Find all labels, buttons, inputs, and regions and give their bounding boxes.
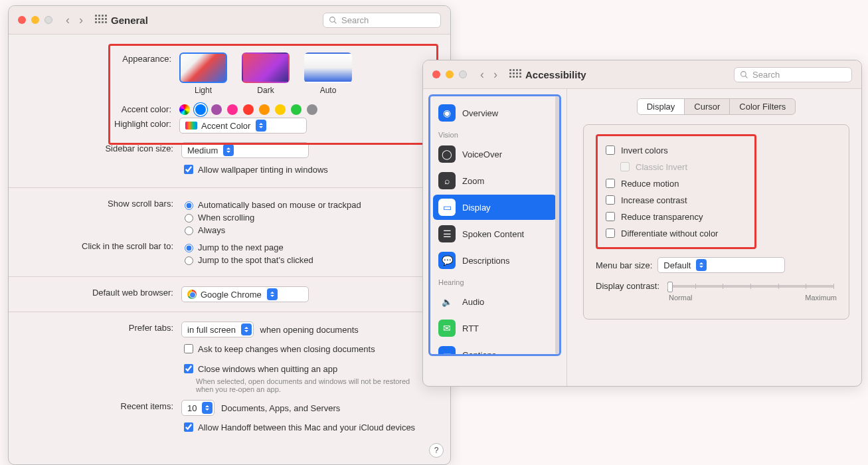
- show-all-icon[interactable]: [95, 15, 106, 25]
- zoom-icon[interactable]: [44, 16, 52, 24]
- recent-items-dropdown[interactable]: 10: [181, 400, 215, 416]
- menubar-size-dropdown[interactable]: Default: [657, 257, 785, 273]
- differentiate-color-checkbox[interactable]: [606, 229, 615, 238]
- appearance-dark[interactable]: Dark: [242, 52, 290, 95]
- back-button[interactable]: ‹: [64, 13, 71, 27]
- scroll-always-radio[interactable]: [185, 227, 193, 235]
- zoom-icon[interactable]: [459, 70, 467, 78]
- click-scrollbar-label: Click in the scroll bar to:: [21, 240, 181, 251]
- accent-yellow[interactable]: [275, 104, 286, 115]
- nav-buttons: ‹ ›: [479, 68, 499, 82]
- prefer-tabs-label: Prefer tabs:: [21, 322, 181, 333]
- appearance-auto[interactable]: Auto: [304, 52, 352, 95]
- sidebar-item-rtt[interactable]: ✉RTT: [433, 316, 557, 341]
- search-placeholder: Search: [752, 70, 780, 80]
- ask-keep-checkbox[interactable]: [184, 344, 193, 353]
- accent-orange[interactable]: [259, 104, 270, 115]
- close-windows-hint: When selected, open documents and window…: [196, 377, 422, 393]
- chrome-icon: [187, 290, 197, 299]
- general-body: Appearance: Light Dark Auto Accent color…: [9, 35, 450, 445]
- forward-button[interactable]: ›: [78, 13, 84, 27]
- minimize-icon[interactable]: [446, 70, 454, 78]
- prefer-tabs-dropdown[interactable]: in full screen: [181, 322, 254, 337]
- sidebar-item-voiceover[interactable]: ◯VoiceOver: [433, 141, 557, 167]
- browser-dropdown[interactable]: Google Chrome: [181, 286, 309, 302]
- invert-colors-checkbox[interactable]: [606, 145, 615, 155]
- captions-icon: ▭: [438, 346, 456, 356]
- help-button[interactable]: ?: [429, 443, 444, 458]
- sidebar-item-captions[interactable]: ▭Captions: [433, 342, 557, 356]
- sidebar-item-spoken[interactable]: ☰Spoken Content: [433, 221, 557, 246]
- close-icon[interactable]: [432, 70, 440, 78]
- nav-buttons: ‹ ›: [64, 13, 84, 27]
- highlight-label: Highlight color:: [110, 118, 179, 129]
- minimize-icon[interactable]: [31, 16, 39, 24]
- sidebar-item-display[interactable]: ▭Display: [433, 195, 557, 220]
- close-icon[interactable]: [18, 16, 26, 24]
- accent-blue[interactable]: [195, 104, 206, 115]
- sidebar-item-descriptions[interactable]: 💬Descriptions: [433, 248, 557, 273]
- increase-contrast-checkbox[interactable]: [606, 195, 615, 205]
- highlight-color-dropdown[interactable]: Accent Color: [179, 118, 307, 134]
- accent-multicolor[interactable]: [179, 104, 190, 115]
- window-title: General: [111, 15, 148, 26]
- accent-swatches: [179, 103, 430, 115]
- seg-color-filters[interactable]: Color Filters: [730, 99, 795, 114]
- svg-point-2: [741, 71, 746, 76]
- audio-icon: 🔈: [438, 293, 456, 310]
- show-all-icon[interactable]: [509, 69, 520, 80]
- display-panel: Invert colors Classic Invert Reduce moti…: [583, 124, 849, 320]
- accent-pink[interactable]: [227, 104, 238, 115]
- classic-invert-checkbox: [620, 162, 630, 171]
- highlight-swatch-icon: [185, 122, 197, 130]
- forward-button[interactable]: ›: [492, 68, 499, 82]
- traffic-lights: [18, 16, 52, 24]
- display-contrast-label: Display contrast:: [596, 281, 659, 291]
- sidebar-group-vision: Vision: [433, 127, 557, 140]
- descriptions-icon: 💬: [438, 252, 456, 269]
- svg-line-1: [334, 21, 336, 23]
- display-icon: ▭: [438, 199, 456, 216]
- click-spot-radio[interactable]: [185, 256, 193, 265]
- general-prefs-window: ‹ › General Search Appearance: Light Dar…: [8, 5, 451, 465]
- sidebar-item-overview[interactable]: ◉Overview: [433, 100, 557, 126]
- segmented-control: Display Cursor Color Filters: [637, 98, 796, 115]
- reduce-motion-checkbox[interactable]: [606, 179, 615, 188]
- scrollbars-label: Show scroll bars:: [21, 197, 181, 209]
- scroll-when-radio[interactable]: [185, 214, 193, 223]
- back-button[interactable]: ‹: [479, 68, 485, 82]
- sidebar-group-hearing: Hearing: [433, 274, 557, 288]
- reduce-transparency-checkbox[interactable]: [606, 212, 615, 221]
- accent-red[interactable]: [243, 104, 254, 115]
- accent-graphite[interactable]: [307, 104, 317, 115]
- appearance-light[interactable]: Light: [179, 52, 227, 95]
- browser-label: Default web browser:: [21, 286, 181, 298]
- handoff-checkbox[interactable]: [184, 422, 193, 432]
- voiceover-icon: ◯: [438, 145, 456, 163]
- sidebar-item-audio[interactable]: 🔈Audio: [433, 289, 557, 314]
- accent-label: Accent color:: [110, 103, 179, 114]
- sidebar-item-zoom[interactable]: ⌕Zoom: [433, 168, 557, 193]
- wallpaper-tint-checkbox[interactable]: [184, 165, 193, 174]
- overview-icon: ◉: [438, 104, 456, 122]
- sidebar-highlight: ◉Overview Vision ◯VoiceOver ⌕Zoom ▭Displ…: [428, 94, 561, 356]
- scroll-auto-radio[interactable]: [185, 201, 193, 210]
- accessibility-prefs-window: ‹ › Accessibility Search ◉Overview Visio…: [422, 60, 862, 387]
- traffic-lights: [432, 70, 467, 78]
- wallpaper-tint-label: Allow wallpaper tinting in windows: [198, 165, 328, 175]
- seg-cursor[interactable]: Cursor: [685, 99, 730, 114]
- close-windows-checkbox[interactable]: [184, 364, 193, 373]
- svg-line-3: [745, 76, 747, 78]
- accessibility-body: ◉Overview Vision ◯VoiceOver ⌕Zoom ▭Displ…: [423, 89, 861, 387]
- seg-display[interactable]: Display: [638, 99, 685, 114]
- titlebar: ‹ › Accessibility Search: [423, 60, 861, 89]
- search-field[interactable]: Search: [734, 67, 852, 82]
- click-next-radio[interactable]: [185, 244, 193, 252]
- svg-point-0: [330, 17, 335, 22]
- accent-green[interactable]: [291, 104, 302, 115]
- display-contrast-slider[interactable]: [667, 285, 834, 288]
- accent-purple[interactable]: [211, 104, 222, 115]
- window-title: Accessibility: [525, 69, 586, 80]
- search-field[interactable]: Search: [323, 13, 441, 28]
- display-checks-highlight: Invert colors Classic Invert Reduce moti…: [596, 134, 756, 249]
